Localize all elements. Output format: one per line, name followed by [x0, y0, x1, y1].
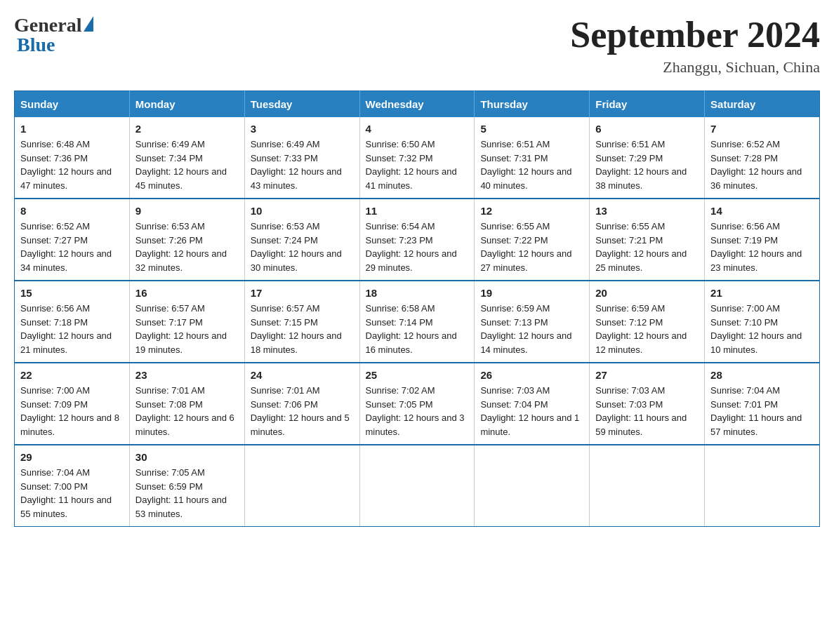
calendar-title: September 2024: [570, 14, 820, 55]
day-info: Sunrise: 7:03 AM Sunset: 7:04 PM Dayligh…: [480, 384, 583, 438]
header-tuesday: Tuesday: [244, 91, 359, 118]
calendar-cell: 29 Sunrise: 7:04 AM Sunset: 7:00 PM Dayl…: [15, 445, 130, 527]
calendar-cell: 4 Sunrise: 6:50 AM Sunset: 7:32 PM Dayli…: [359, 117, 475, 199]
day-number: 21: [710, 287, 814, 299]
calendar-week-1: 1 Sunrise: 6:48 AM Sunset: 7:36 PM Dayli…: [15, 117, 820, 199]
day-number: 24: [251, 369, 354, 381]
day-number: 5: [480, 123, 583, 135]
calendar-cell: 10 Sunrise: 6:53 AM Sunset: 7:24 PM Dayl…: [244, 199, 359, 281]
header-friday: Friday: [590, 91, 705, 118]
day-number: 12: [480, 205, 583, 217]
calendar-cell: 25 Sunrise: 7:02 AM Sunset: 7:05 PM Dayl…: [359, 363, 475, 445]
day-info: Sunrise: 6:59 AM Sunset: 7:13 PM Dayligh…: [480, 302, 583, 356]
day-number: 13: [595, 205, 699, 217]
day-number: 17: [251, 287, 354, 299]
day-number: 19: [480, 287, 583, 299]
day-number: 20: [595, 287, 699, 299]
calendar-cell: [244, 445, 359, 527]
day-number: 4: [366, 123, 469, 135]
day-info: Sunrise: 6:53 AM Sunset: 7:24 PM Dayligh…: [251, 220, 354, 274]
day-number: 18: [366, 287, 469, 299]
day-info: Sunrise: 6:48 AM Sunset: 7:36 PM Dayligh…: [20, 137, 124, 192]
day-number: 15: [20, 287, 124, 299]
day-number: 3: [251, 123, 354, 135]
day-info: Sunrise: 6:59 AM Sunset: 7:12 PM Dayligh…: [595, 302, 699, 356]
calendar-cell: 19 Sunrise: 6:59 AM Sunset: 7:13 PM Dayl…: [475, 281, 590, 363]
calendar-cell: [475, 445, 590, 527]
day-info: Sunrise: 6:57 AM Sunset: 7:17 PM Dayligh…: [135, 302, 239, 356]
logo: General Blue: [14, 14, 93, 56]
day-number: 25: [366, 369, 469, 381]
day-number: 28: [710, 369, 814, 381]
day-info: Sunrise: 6:51 AM Sunset: 7:31 PM Dayligh…: [480, 137, 583, 192]
calendar-cell: 13 Sunrise: 6:55 AM Sunset: 7:21 PM Dayl…: [590, 199, 705, 281]
calendar-table: Sunday Monday Tuesday Wednesday Thursday…: [14, 90, 820, 527]
header-saturday: Saturday: [705, 91, 820, 118]
calendar-cell: 28 Sunrise: 7:04 AM Sunset: 7:01 PM Dayl…: [705, 363, 820, 445]
day-info: Sunrise: 6:55 AM Sunset: 7:22 PM Dayligh…: [480, 220, 583, 274]
calendar-week-5: 29 Sunrise: 7:04 AM Sunset: 7:00 PM Dayl…: [15, 445, 820, 527]
day-number: 23: [135, 369, 239, 381]
day-number: 10: [251, 205, 354, 217]
calendar-week-3: 15 Sunrise: 6:56 AM Sunset: 7:18 PM Dayl…: [15, 281, 820, 363]
day-number: 26: [480, 369, 583, 381]
calendar-cell: 14 Sunrise: 6:56 AM Sunset: 7:19 PM Dayl…: [705, 199, 820, 281]
day-info: Sunrise: 6:52 AM Sunset: 7:28 PM Dayligh…: [710, 137, 814, 192]
calendar-cell: 9 Sunrise: 6:53 AM Sunset: 7:26 PM Dayli…: [129, 199, 244, 281]
day-number: 22: [20, 369, 124, 381]
day-info: Sunrise: 7:04 AM Sunset: 7:00 PM Dayligh…: [20, 466, 124, 521]
calendar-cell: 8 Sunrise: 6:52 AM Sunset: 7:27 PM Dayli…: [15, 199, 130, 281]
page-header: General Blue September 2024 Zhanggu, Sic…: [14, 14, 820, 76]
day-info: Sunrise: 6:49 AM Sunset: 7:34 PM Dayligh…: [135, 137, 239, 192]
calendar-cell: 17 Sunrise: 6:57 AM Sunset: 7:15 PM Dayl…: [244, 281, 359, 363]
day-info: Sunrise: 6:49 AM Sunset: 7:33 PM Dayligh…: [251, 137, 354, 192]
calendar-cell: 6 Sunrise: 6:51 AM Sunset: 7:29 PM Dayli…: [590, 117, 705, 199]
day-info: Sunrise: 7:01 AM Sunset: 7:06 PM Dayligh…: [251, 384, 354, 438]
day-info: Sunrise: 7:03 AM Sunset: 7:03 PM Dayligh…: [595, 384, 699, 438]
calendar-cell: [359, 445, 475, 527]
calendar-cell: 18 Sunrise: 6:58 AM Sunset: 7:14 PM Dayl…: [359, 281, 475, 363]
logo-blue-text: Blue: [14, 34, 55, 56]
day-number: 7: [710, 123, 814, 135]
calendar-cell: 1 Sunrise: 6:48 AM Sunset: 7:36 PM Dayli…: [15, 117, 130, 199]
day-info: Sunrise: 6:51 AM Sunset: 7:29 PM Dayligh…: [595, 137, 699, 192]
day-info: Sunrise: 6:56 AM Sunset: 7:19 PM Dayligh…: [710, 220, 814, 274]
header-monday: Monday: [129, 91, 244, 118]
day-info: Sunrise: 6:55 AM Sunset: 7:21 PM Dayligh…: [595, 220, 699, 274]
calendar-cell: 24 Sunrise: 7:01 AM Sunset: 7:06 PM Dayl…: [244, 363, 359, 445]
calendar-week-2: 8 Sunrise: 6:52 AM Sunset: 7:27 PM Dayli…: [15, 199, 820, 281]
day-number: 8: [20, 205, 124, 217]
day-info: Sunrise: 7:05 AM Sunset: 6:59 PM Dayligh…: [135, 466, 239, 521]
logo-triangle-icon: [84, 16, 93, 32]
calendar-cell: 2 Sunrise: 6:49 AM Sunset: 7:34 PM Dayli…: [129, 117, 244, 199]
day-number: 11: [366, 205, 469, 217]
day-number: 9: [135, 205, 239, 217]
day-number: 30: [135, 451, 239, 463]
calendar-week-4: 22 Sunrise: 7:00 AM Sunset: 7:09 PM Dayl…: [15, 363, 820, 445]
day-info: Sunrise: 6:53 AM Sunset: 7:26 PM Dayligh…: [135, 220, 239, 274]
day-number: 14: [710, 205, 814, 217]
calendar-cell: 23 Sunrise: 7:01 AM Sunset: 7:08 PM Dayl…: [129, 363, 244, 445]
header-thursday: Thursday: [475, 91, 590, 118]
day-info: Sunrise: 6:54 AM Sunset: 7:23 PM Dayligh…: [366, 220, 469, 274]
day-info: Sunrise: 7:01 AM Sunset: 7:08 PM Dayligh…: [135, 384, 239, 438]
calendar-cell: 30 Sunrise: 7:05 AM Sunset: 6:59 PM Dayl…: [129, 445, 244, 527]
day-info: Sunrise: 6:58 AM Sunset: 7:14 PM Dayligh…: [366, 302, 469, 356]
day-info: Sunrise: 6:56 AM Sunset: 7:18 PM Dayligh…: [20, 302, 124, 356]
calendar-cell: 27 Sunrise: 7:03 AM Sunset: 7:03 PM Dayl…: [590, 363, 705, 445]
header-wednesday: Wednesday: [359, 91, 475, 118]
day-number: 1: [20, 123, 124, 135]
calendar-cell: 15 Sunrise: 6:56 AM Sunset: 7:18 PM Dayl…: [15, 281, 130, 363]
title-section: September 2024 Zhanggu, Sichuan, China: [570, 14, 820, 76]
day-number: 16: [135, 287, 239, 299]
day-number: 29: [20, 451, 124, 463]
calendar-cell: 7 Sunrise: 6:52 AM Sunset: 7:28 PM Dayli…: [705, 117, 820, 199]
day-number: 27: [595, 369, 699, 381]
calendar-cell: 21 Sunrise: 7:00 AM Sunset: 7:10 PM Dayl…: [705, 281, 820, 363]
calendar-cell: 22 Sunrise: 7:00 AM Sunset: 7:09 PM Dayl…: [15, 363, 130, 445]
calendar-cell: 5 Sunrise: 6:51 AM Sunset: 7:31 PM Dayli…: [475, 117, 590, 199]
day-info: Sunrise: 6:57 AM Sunset: 7:15 PM Dayligh…: [251, 302, 354, 356]
day-info: Sunrise: 6:52 AM Sunset: 7:27 PM Dayligh…: [20, 220, 124, 274]
day-info: Sunrise: 7:04 AM Sunset: 7:01 PM Dayligh…: [710, 384, 814, 438]
calendar-cell: 20 Sunrise: 6:59 AM Sunset: 7:12 PM Dayl…: [590, 281, 705, 363]
